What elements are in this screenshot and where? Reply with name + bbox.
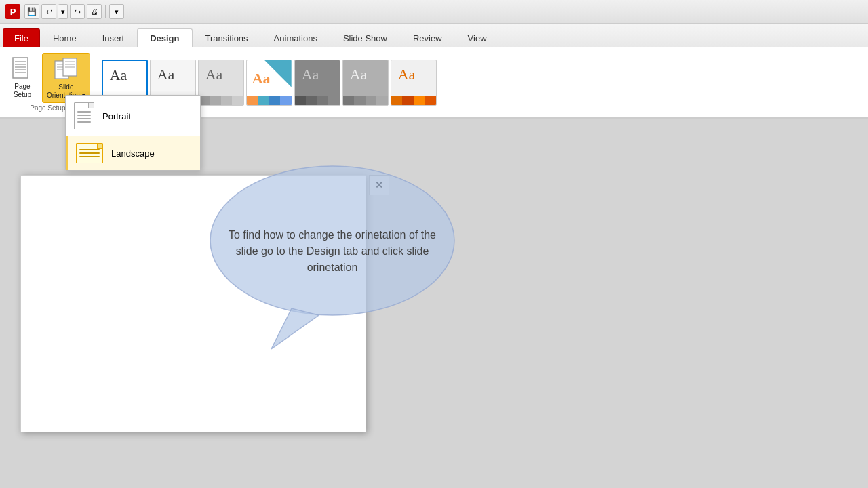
undo-button[interactable]: ↩ <box>41 4 56 19</box>
theme-4[interactable]: Aa <box>246 60 292 106</box>
portrait-label: Portrait <box>102 111 131 121</box>
undo-dropdown-button[interactable]: ▾ <box>58 4 68 19</box>
slide-orientation-icon <box>53 56 79 82</box>
landscape-label: Landscape <box>111 148 155 159</box>
tab-view[interactable]: View <box>455 28 500 47</box>
svg-rect-0 <box>13 58 28 78</box>
quick-access-toolbar: 💾 ↩ ▾ ↪ 🖨 ▾ <box>24 4 124 19</box>
save-button[interactable]: 💾 <box>24 4 39 19</box>
main-area: ✕ To find how to change the orinetation … <box>0 119 868 488</box>
ribbon-tab-bar: File Home Insert Design Transitions Anim… <box>0 24 868 47</box>
theme-3[interactable]: Aa <box>198 60 244 106</box>
tab-review[interactable]: Review <box>400 28 455 47</box>
page-setup-label: PageSetup <box>14 83 31 99</box>
page-setup-group-label: Page Setup <box>30 103 65 112</box>
tab-animations[interactable]: Animations <box>261 28 330 47</box>
portrait-option[interactable]: Portrait <box>66 96 200 136</box>
tab-insert[interactable]: Insert <box>90 28 138 47</box>
print-preview-button[interactable]: 🖨 <box>87 4 102 19</box>
tab-design[interactable]: Design <box>137 28 192 48</box>
theme-7[interactable]: Aa <box>391 60 437 106</box>
tab-home[interactable]: Home <box>40 28 90 47</box>
customize-qat-button[interactable]: ▾ <box>109 4 124 19</box>
app-icon: P <box>5 4 20 19</box>
speech-bubble-container: To find how to change the orinetation of… <box>190 146 475 363</box>
theme-6[interactable]: Aa <box>342 60 389 106</box>
orientation-dropdown: Portrait Landscape <box>65 95 201 171</box>
landscape-icon <box>76 143 103 163</box>
redo-button[interactable]: ↪ <box>70 4 85 19</box>
portrait-icon <box>74 102 94 129</box>
tab-transitions[interactable]: Transitions <box>193 28 261 47</box>
tab-file[interactable]: File <box>3 28 40 47</box>
landscape-option[interactable]: Landscape <box>66 136 200 170</box>
svg-marker-15 <box>271 308 319 349</box>
title-bar: P 💾 ↩ ▾ ↪ 🖨 ▾ <box>0 0 868 24</box>
slide-panel: ✕ To find how to change the orinetation … <box>0 119 868 488</box>
speech-bubble-text: To find how to change the orinetation of… <box>224 227 441 276</box>
theme-5[interactable]: Aa <box>294 60 340 106</box>
page-setup-icon <box>9 56 35 81</box>
page-setup-button[interactable]: PageSetup <box>5 53 39 102</box>
tab-slideshow[interactable]: Slide Show <box>330 28 400 47</box>
themes-section: Aa Aa Aa <box>96 50 868 115</box>
